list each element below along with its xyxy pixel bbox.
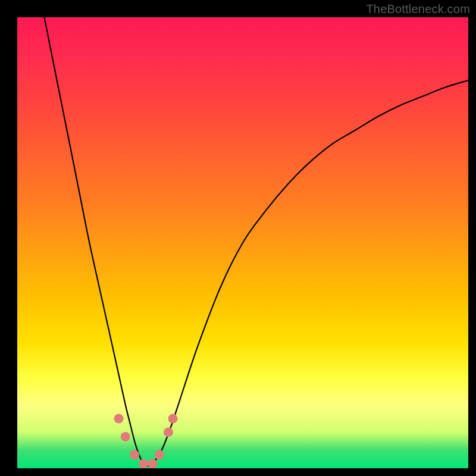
curve-svg xyxy=(17,17,468,468)
curve-markers xyxy=(114,414,178,468)
curve-marker xyxy=(130,450,139,459)
curve-marker xyxy=(139,459,148,468)
curve-marker xyxy=(168,414,178,424)
bottleneck-curve xyxy=(45,17,469,466)
chart-container: TheBottleneck.com xyxy=(0,0,476,476)
plot-area xyxy=(17,17,468,468)
curve-marker xyxy=(121,432,130,441)
curve-marker xyxy=(164,427,173,437)
curve-marker xyxy=(114,414,124,424)
curve-marker xyxy=(148,459,157,468)
attribution-label: TheBottleneck.com xyxy=(366,2,470,16)
curve-marker xyxy=(155,450,164,459)
